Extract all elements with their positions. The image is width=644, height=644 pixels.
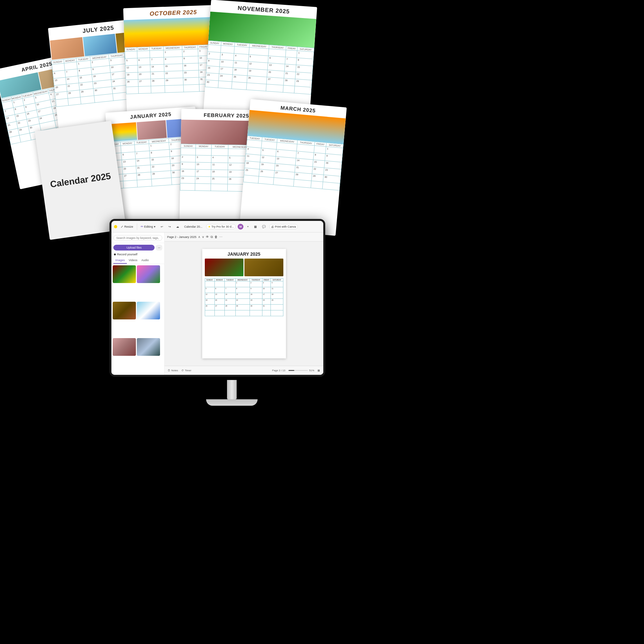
canvas-grid: SUNDAYMONDAYTUESDAYWEDNESDAYTHURSDAYFRID… xyxy=(205,278,283,316)
search-box xyxy=(111,232,164,243)
zoom-bar: 51% xyxy=(289,369,314,372)
star-icon: ★ xyxy=(208,225,211,228)
upload-button[interactable]: Upload files xyxy=(113,245,155,251)
july-photo-1 xyxy=(50,37,84,60)
july-photo-2 xyxy=(83,34,117,56)
monitor-content: Upload files ··· ⏺ Record yourself xyxy=(111,232,323,375)
sidebar-panel: Upload files ··· ⏺ Record yourself xyxy=(111,232,165,375)
thumbnail-people[interactable] xyxy=(113,338,136,356)
plus-icon: + xyxy=(247,225,249,228)
chart-button[interactable]: ▦ xyxy=(252,224,259,229)
user-avatar: M xyxy=(238,224,243,230)
sidebar-tabs: Images Videos Audio xyxy=(111,257,164,264)
page-canvas: JANUARY 2025 SUNDAYMONDAYTUESDAYWEDNESDA… xyxy=(165,241,323,366)
cover-title: Calendar 2025 xyxy=(50,171,112,190)
print-label: Print with Canva xyxy=(275,225,296,228)
monitor-topbar: ⤢ Resize ✏ Editing ▾ ↩ ↪ xyxy=(111,221,323,232)
upload-row: Upload files ··· xyxy=(111,243,164,252)
comment-button[interactable]: 💬 xyxy=(260,224,267,229)
canvas-paper: JANUARY 2025 SUNDAYMONDAYTUESDAYWEDNESDA… xyxy=(202,249,286,358)
january-photo-2 xyxy=(137,120,167,140)
comment-icon: 💬 xyxy=(262,225,266,228)
undo-icon: ↩ xyxy=(161,225,163,228)
print-icon: 🖨 xyxy=(271,225,274,228)
zoom-fill xyxy=(289,370,294,371)
notes-button[interactable]: 🗒 Notes xyxy=(168,369,178,372)
nav-down-icon[interactable]: ∨ xyxy=(202,235,204,239)
grid-icon: ▦ xyxy=(317,369,320,372)
stand-base xyxy=(206,399,258,406)
page-counter: Page 2 / 13 xyxy=(272,369,285,372)
zoom-track[interactable] xyxy=(289,370,308,371)
canva-sun-icon xyxy=(114,225,117,228)
more-icon: ··· xyxy=(158,246,160,249)
monitor-bottom-bar: 🗒 Notes ⏱ Timer Page 2 / 13 xyxy=(165,366,323,375)
record-label: Record yourself xyxy=(117,253,137,256)
tab-images[interactable]: Images xyxy=(113,257,127,264)
print-button[interactable]: 🖨 Print with Canva xyxy=(269,224,298,229)
try-pro-label: Try Pro for 30 d... xyxy=(212,225,234,228)
tab-videos[interactable]: Videos xyxy=(127,257,139,264)
more-page-icon[interactable]: ⋯ xyxy=(219,235,223,239)
main-panel: Page 2 - January 2025 ∧ ∨ 👁 ⧉ 🗑 ⋯ JANUAR… xyxy=(165,232,323,375)
timer-icon: ⏱ xyxy=(181,369,184,372)
thumbnail-salad[interactable] xyxy=(113,265,136,283)
record-icon: ⏺ xyxy=(113,253,116,256)
thumbnail-city[interactable] xyxy=(137,338,160,356)
thumbnail-flowers[interactable] xyxy=(137,265,160,283)
canvas-photo-1 xyxy=(205,259,244,276)
undo-button[interactable]: ↩ xyxy=(159,224,165,229)
redo-button[interactable]: ↪ xyxy=(167,224,173,229)
pencil-icon: ✏ xyxy=(141,225,143,228)
nav-up-icon[interactable]: ∧ xyxy=(198,235,200,239)
tab-audio[interactable]: Audio xyxy=(139,257,151,264)
copy-icon[interactable]: ⧉ xyxy=(211,235,213,239)
resize-icon: ⤢ xyxy=(121,225,123,228)
zoom-label: 51% xyxy=(309,369,314,372)
scene: APRIL 2025 SUNDAYMONDAYTUESDAYWEDNESDAYT… xyxy=(0,0,644,644)
trash-icon[interactable]: 🗑 xyxy=(214,235,218,239)
stand-neck xyxy=(227,380,237,399)
try-pro-button[interactable]: ★ Try Pro for 30 d... xyxy=(206,224,236,229)
resize-label: Resize xyxy=(124,225,133,228)
march-calendar-page: MARCH 2025 TUESDAYTUESDAYWEDNESDAYTHURSD… xyxy=(239,99,347,236)
record-row: ⏺ Record yourself xyxy=(111,252,164,257)
redo-icon: ↪ xyxy=(168,225,171,228)
chart-icon: ▦ xyxy=(254,225,257,228)
topbar-divider-1 xyxy=(137,223,137,230)
page-label: Page 2 - January 2025 xyxy=(167,235,196,239)
search-input[interactable] xyxy=(113,235,162,241)
file-name-label: Calendar 20... xyxy=(183,224,204,229)
grid-view-button[interactable]: ▦ xyxy=(317,369,320,372)
image-grid xyxy=(111,264,164,375)
cloud-icon: ☁ xyxy=(176,225,179,228)
timer-label: Timer xyxy=(185,369,191,372)
editing-chevron: ▾ xyxy=(154,225,156,228)
canvas-paper-title: JANUARY 2025 xyxy=(205,251,283,257)
monitor: ⤢ Resize ✏ Editing ▾ ↩ ↪ xyxy=(109,219,354,406)
monitor-inner: ⤢ Resize ✏ Editing ▾ ↩ ↪ xyxy=(111,221,323,375)
cloud-button[interactable]: ☁ xyxy=(175,224,181,229)
canvas-photos xyxy=(205,259,283,276)
monitor-stand xyxy=(206,380,258,406)
page-nav-bar: Page 2 - January 2025 ∧ ∨ 👁 ⧉ 🗑 ⋯ xyxy=(165,232,323,241)
thumbnail-man[interactable] xyxy=(137,302,160,319)
monitor-screen: ⤢ Resize ✏ Editing ▾ ↩ ↪ xyxy=(109,219,325,377)
march-grid: TUESDAYTUESDAYWEDNESDAYTHURSDAYFRIDAYSAT… xyxy=(243,136,343,191)
resize-button[interactable]: ⤢ Resize xyxy=(119,224,135,229)
add-button[interactable]: + xyxy=(245,224,250,229)
upload-label: Upload files xyxy=(127,246,142,249)
thumbnail-dog[interactable] xyxy=(113,302,136,319)
editing-button[interactable]: ✏ Editing ▾ xyxy=(139,224,157,229)
editing-label: Editing xyxy=(144,225,153,228)
more-options-button[interactable]: ··· xyxy=(156,245,162,251)
canvas-photo-2 xyxy=(244,259,283,276)
notes-label: Notes xyxy=(171,369,178,372)
november-grid: SUNDAYMONDAYTUESDAYWEDNESDAYTHURSDAYFRID… xyxy=(205,41,314,95)
timer-button[interactable]: ⏱ Timer xyxy=(181,369,191,372)
notes-icon: 🗒 xyxy=(168,369,170,372)
eye-icon[interactable]: 👁 xyxy=(206,235,209,239)
